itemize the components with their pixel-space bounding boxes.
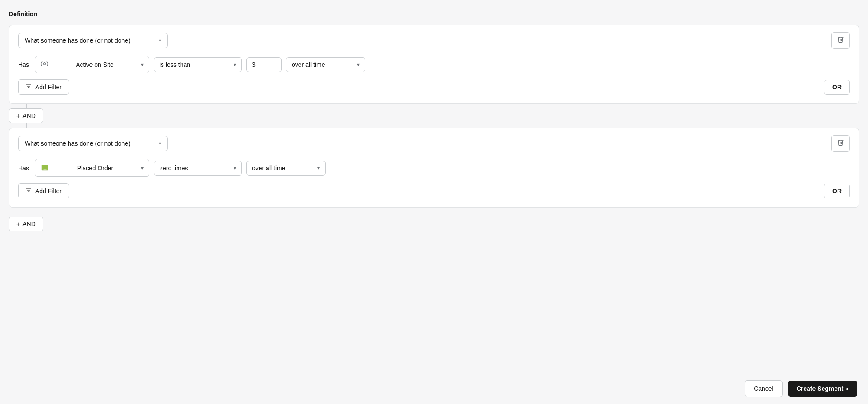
cancel-button[interactable]: Cancel [745, 380, 783, 397]
or-button-2[interactable]: OR [824, 184, 850, 198]
add-filter-button-1[interactable]: Add Filter [18, 79, 69, 95]
what-dropdown-1-label: What someone has done (or not done) [25, 37, 130, 44]
action-row-2: Add Filter OR [18, 183, 850, 198]
condition-label-1: is less than [160, 61, 190, 68]
event-dropdown-2-chevron: ▾ [141, 165, 144, 171]
time-label-1: over all time [292, 61, 325, 68]
and-connector-1: + AND [9, 104, 859, 128]
trash-icon-1 [837, 36, 844, 45]
and-button-1[interactable]: + AND [9, 108, 43, 123]
what-dropdown-1[interactable]: What someone has done (or not done) ▾ [18, 33, 168, 48]
or-label-2: OR [832, 187, 842, 195]
time-dropdown-1[interactable]: over all time ▾ [286, 57, 365, 72]
condition-header-2: What someone has done (or not done) ▾ [18, 135, 850, 152]
filter-icon-1 [26, 83, 32, 91]
and-button-1-label: AND [22, 112, 36, 119]
event-label-2: Placed Order [77, 165, 113, 172]
what-dropdown-2-chevron: ▾ [159, 140, 161, 147]
event-icon-2 [41, 163, 49, 173]
condition-dropdown-1-chevron: ▾ [234, 62, 236, 68]
plus-icon-1: + [16, 112, 20, 119]
svg-point-0 [44, 63, 46, 65]
condition-block-1: What someone has done (or not done) ▾ Ha… [9, 25, 859, 104]
trash-icon-2 [837, 139, 844, 148]
time-dropdown-1-chevron: ▾ [357, 62, 360, 68]
create-segment-button[interactable]: Create Segment » [788, 381, 857, 397]
filter-row-2: Has Placed Order ▾ zero times ▾ [18, 159, 850, 177]
delete-block-1-button[interactable] [831, 32, 850, 49]
and-button-2[interactable]: + AND [9, 217, 43, 231]
event-dropdown-1[interactable]: Active on Site ▾ [35, 56, 149, 73]
event-icon-1 [41, 60, 48, 69]
plus-icon-2: + [16, 220, 20, 228]
or-button-1[interactable]: OR [824, 80, 850, 95]
has-label-2: Has [18, 165, 30, 172]
event-dropdown-2[interactable]: Placed Order ▾ [35, 159, 149, 177]
time-label-2: over all time [252, 165, 285, 172]
time-dropdown-2[interactable]: over all time ▾ [246, 161, 326, 176]
value-input-1[interactable]: 3 [246, 57, 282, 72]
add-filter-button-2[interactable]: Add Filter [18, 183, 69, 198]
add-filter-label-2: Add Filter [35, 187, 62, 195]
condition-label-2: zero times [160, 165, 188, 172]
what-dropdown-2[interactable]: What someone has done (or not done) ▾ [18, 136, 168, 151]
condition-header-1: What someone has done (or not done) ▾ [18, 32, 850, 49]
and-button-2-label: AND [22, 220, 36, 228]
what-dropdown-1-chevron: ▾ [159, 37, 161, 44]
definition-title: Definition [9, 11, 859, 18]
filter-row-1: Has Active on Site ▾ is less than ▾ 3 ov… [18, 56, 850, 73]
filter-icon-2 [26, 187, 32, 195]
condition-dropdown-1[interactable]: is less than ▾ [154, 57, 242, 72]
add-filter-label-1: Add Filter [35, 84, 62, 91]
event-dropdown-1-chevron: ▾ [141, 62, 144, 68]
delete-block-2-button[interactable] [831, 135, 850, 152]
what-dropdown-2-label: What someone has done (or not done) [25, 140, 130, 147]
action-row-1: Add Filter OR [18, 79, 850, 95]
condition-dropdown-2-chevron: ▾ [234, 165, 236, 171]
or-label-1: OR [832, 84, 842, 91]
svg-point-2 [44, 169, 45, 170]
condition-dropdown-2[interactable]: zero times ▾ [154, 161, 242, 176]
time-dropdown-2-chevron: ▾ [317, 165, 320, 171]
svg-point-3 [45, 169, 46, 170]
condition-block-2: What someone has done (or not done) ▾ Ha… [9, 128, 859, 208]
event-label-1: Active on Site [76, 61, 114, 68]
footer-bar: Cancel Create Segment » [0, 373, 868, 404]
has-label-1: Has [18, 61, 30, 68]
svg-rect-1 [42, 165, 48, 170]
